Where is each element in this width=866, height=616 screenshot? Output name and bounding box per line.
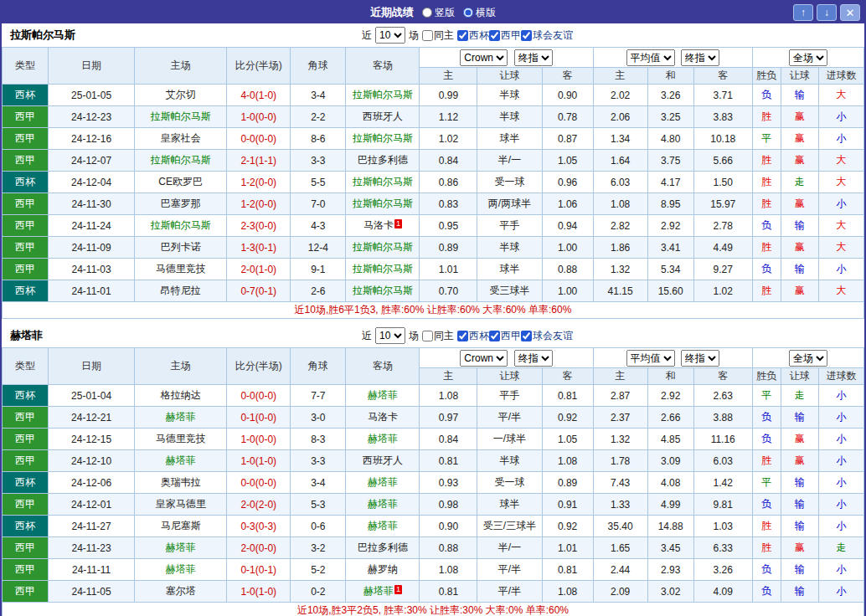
match-count-select[interactable]: 10 xyxy=(375,27,405,44)
col-type: 类型 xyxy=(3,348,49,385)
home-team: 赫塔菲 xyxy=(135,537,227,559)
home-team: 拉斯帕尔马斯 xyxy=(135,215,227,237)
result-cell: 负 xyxy=(752,581,781,603)
home-team: 拉斯帕尔马斯 xyxy=(135,106,227,128)
cup-filter-label: 西杯 xyxy=(469,28,489,43)
match-row: 西杯24-11-01昂特尼拉0-7(0-1)2-6拉斯帕尔马斯0.70受三球半1… xyxy=(3,280,864,302)
handicap-home-odds: 0.90 xyxy=(420,516,477,537)
handicap-result-cell: 输 xyxy=(781,215,818,237)
liga-filter[interactable]: 西甲 xyxy=(489,28,521,43)
match-score: 2-0(2-0) xyxy=(227,494,291,516)
handicap-result-cell: 赢 xyxy=(781,450,818,472)
final-odds-select[interactable]: 终指 xyxy=(514,350,553,367)
avg-home-odds: 2.82 xyxy=(593,215,647,237)
col-away: 客场 xyxy=(346,348,420,385)
goals-result-cell: 小 xyxy=(818,106,863,128)
down-arrow-icon: ↓ xyxy=(824,7,829,18)
friendly-checkbox[interactable] xyxy=(521,30,532,41)
match-date: 24-12-23 xyxy=(49,106,135,128)
fulltime-select[interactable]: 全场 xyxy=(789,350,827,367)
results-table: 类型 日期 主场 比分(半场) 角球 客场 Crown 终指 平均值 终指 xyxy=(2,347,864,616)
final-odds-select-2[interactable]: 终指 xyxy=(681,350,719,367)
avg-away-odds: 10.18 xyxy=(693,128,752,150)
cup-filter[interactable]: 西杯 xyxy=(457,28,489,43)
final-odds-select[interactable]: 终指 xyxy=(514,49,553,66)
handicap-home-odds: 1.12 xyxy=(420,106,477,128)
col-avg-draw: 和 xyxy=(647,368,693,385)
average-select[interactable]: 平均值 xyxy=(626,350,675,367)
match-row: 西甲24-12-10赫塔菲1-0(1-0)3-3西班牙人0.81半球1.081.… xyxy=(3,450,864,472)
friendly-filter-label: 球会友谊 xyxy=(533,329,573,343)
league-badge: 西杯 xyxy=(3,85,49,106)
same-home-filter[interactable]: 同主 xyxy=(422,28,454,43)
games-label: 场 xyxy=(409,329,419,343)
col-date: 日期 xyxy=(49,48,135,85)
close-button[interactable]: ✕ xyxy=(840,4,860,21)
handicap-result-cell: 输 xyxy=(781,559,818,581)
handicap-line: 平/半 xyxy=(477,559,542,581)
match-date: 24-11-05 xyxy=(49,581,135,603)
handicap-home-odds: 1.08 xyxy=(420,385,477,407)
match-row: 西甲24-11-30巴塞罗那1-2(0-0)7-0拉斯帕尔马斯0.83两/两球半… xyxy=(3,193,864,215)
match-count-select[interactable]: 10 xyxy=(375,327,405,344)
avg-away-odds: 1.42 xyxy=(693,472,752,494)
handicap-away-odds: 0.89 xyxy=(542,472,593,494)
company-select[interactable]: Crown xyxy=(460,350,508,367)
handicap-result-cell: 输 xyxy=(781,472,818,494)
friendly-filter[interactable]: 球会友谊 xyxy=(521,329,573,343)
cup-filter[interactable]: 西杯 xyxy=(457,329,489,343)
same-home-checkbox[interactable] xyxy=(422,30,433,41)
recent-results-window: 近期战绩 竖版 横版 ↑ ↓ ✕ 拉斯帕尔马斯 近 10 场 xyxy=(0,0,866,616)
liga-filter[interactable]: 西甲 xyxy=(489,329,521,343)
fulltime-select[interactable]: 全场 xyxy=(789,49,827,66)
liga-checkbox[interactable] xyxy=(489,30,500,41)
handicap-result-cell: 输 xyxy=(781,85,818,106)
friendly-checkbox[interactable] xyxy=(521,331,532,341)
move-up-button[interactable]: ↑ xyxy=(793,4,813,21)
match-score: 1-0(1-0) xyxy=(227,450,291,472)
vertical-radio[interactable] xyxy=(422,8,432,18)
avg-away-odds: 3.26 xyxy=(693,559,752,581)
average-select[interactable]: 平均值 xyxy=(626,49,675,66)
col-handicap-away: 客 xyxy=(542,368,593,385)
move-down-button[interactable]: ↓ xyxy=(817,4,837,21)
away-team: 马洛卡1 xyxy=(346,215,420,237)
avg-home-odds: 1.86 xyxy=(593,237,647,259)
same-home-filter[interactable]: 同主 xyxy=(422,329,454,343)
team-name: 拉斯帕尔马斯 xyxy=(10,28,75,43)
match-score: 0-0(0-0) xyxy=(227,385,291,407)
away-team: 赫塔菲 xyxy=(346,472,420,494)
final-odds-select-2[interactable]: 终指 xyxy=(681,49,719,66)
liga-checkbox[interactable] xyxy=(489,331,500,341)
away-team: 赫罗纳 xyxy=(346,559,420,581)
goals-result-cell: 小 xyxy=(818,494,863,516)
cup-checkbox[interactable] xyxy=(457,331,468,341)
home-team: 皇家马德里 xyxy=(135,494,227,516)
league-badge: 西甲 xyxy=(3,259,49,280)
layout-vertical-option[interactable]: 竖版 xyxy=(422,6,455,20)
handicap-home-odds: 0.86 xyxy=(420,172,477,193)
avg-draw-odds: 3.45 xyxy=(647,537,693,559)
match-score: 1-0(1-0) xyxy=(227,581,291,603)
horizontal-radio[interactable] xyxy=(463,8,473,18)
layout-horizontal-option[interactable]: 横版 xyxy=(463,6,496,20)
company-select[interactable]: Crown xyxy=(460,49,508,66)
avg-away-odds: 2.63 xyxy=(693,385,752,407)
avg-draw-odds: 2.92 xyxy=(647,385,693,407)
handicap-home-odds: 0.93 xyxy=(420,472,477,494)
corner-score: 3-4 xyxy=(291,472,346,494)
match-score: 0-7(0-1) xyxy=(227,280,291,302)
away-team: 拉斯帕尔马斯 xyxy=(346,85,420,106)
friendly-filter[interactable]: 球会友谊 xyxy=(521,28,573,43)
handicap-away-odds: 0.92 xyxy=(542,516,593,537)
home-team: CE欧罗巴 xyxy=(135,172,227,193)
vertical-radio-label: 竖版 xyxy=(435,6,455,20)
cup-checkbox[interactable] xyxy=(457,30,468,41)
team-header-row: 赫塔菲 近 10 场 同主 西杯 西甲 xyxy=(2,324,864,347)
corner-score: 5-2 xyxy=(291,559,346,581)
handicap-home-odds: 0.98 xyxy=(420,494,477,516)
corner-score: 2-2 xyxy=(291,106,346,128)
handicap-away-odds: 1.08 xyxy=(542,450,593,472)
same-home-checkbox[interactable] xyxy=(422,331,433,341)
match-date: 24-12-21 xyxy=(49,407,135,429)
